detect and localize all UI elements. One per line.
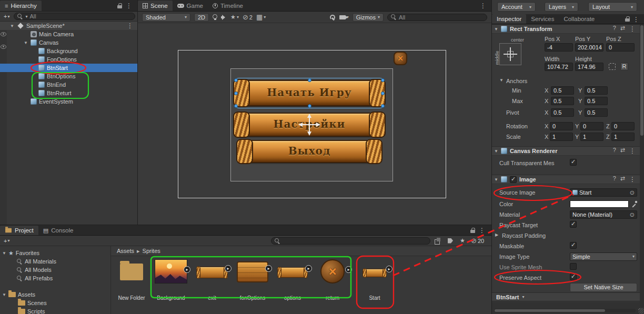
color-swatch[interactable] bbox=[570, 200, 629, 208]
hierarchy-row-btnreturt[interactable]: BtnReturt bbox=[0, 89, 137, 97]
rotation-z-field[interactable]: 0 bbox=[611, 122, 635, 130]
rect-transform-header[interactable]: ▼ Rect Transform ? ⇄ ⋮ bbox=[492, 24, 640, 34]
pivot-y-field[interactable]: 0.5 bbox=[585, 108, 608, 117]
hierarchy-row-main-camera[interactable]: Main Camera bbox=[0, 30, 137, 38]
sidebar-item-all-materials[interactable]: All Materials bbox=[0, 257, 56, 266]
search-by-type-button[interactable] bbox=[435, 237, 440, 245]
lock-icon[interactable] bbox=[117, 3, 123, 9]
sidebar-item-scripts[interactable]: Scripts bbox=[0, 307, 45, 314]
expand-badge[interactable]: ▸ bbox=[184, 266, 190, 273]
asset-item-options[interactable]: ▸ options bbox=[274, 258, 311, 309]
tab-console[interactable]: ▤ Console bbox=[38, 226, 78, 235]
preset-icon[interactable]: ⇄ bbox=[620, 25, 625, 33]
width-field[interactable]: 1074.72 bbox=[545, 63, 573, 71]
object-picker-icon[interactable]: ⊙ bbox=[630, 212, 635, 218]
selection-handle[interactable] bbox=[234, 104, 238, 108]
scene-audio-toggle[interactable] bbox=[221, 13, 227, 22]
raw-edit-mode-toggle[interactable]: R bbox=[620, 63, 628, 70]
pos-z-field[interactable]: 0 bbox=[606, 43, 635, 52]
asset-item-start[interactable]: ▸ Start bbox=[356, 258, 393, 309]
foldout-open-icon[interactable]: ▼ bbox=[494, 27, 498, 32]
tab-services[interactable]: Services bbox=[526, 14, 559, 24]
raycast-target-checkbox[interactable]: ✓ bbox=[570, 221, 577, 228]
pivot-x-field[interactable]: 0.5 bbox=[551, 108, 574, 117]
anchor-max-x-field[interactable]: 0.5 bbox=[551, 97, 574, 105]
blueprint-mode-toggle[interactable] bbox=[609, 63, 616, 70]
hierarchy-row-btnend[interactable]: BtnEnd bbox=[0, 80, 137, 89]
kebab-icon[interactable]: ⋮ bbox=[629, 25, 636, 33]
preserve-aspect-checkbox[interactable]: ✓ bbox=[570, 274, 577, 280]
return-sprite-in-scene[interactable]: × bbox=[394, 52, 407, 65]
tab-project[interactable]: Project bbox=[0, 226, 38, 235]
search-by-label-button[interactable] bbox=[448, 237, 453, 245]
hierarchy-row-eventsystem[interactable]: EventSystem bbox=[0, 97, 137, 106]
shading-mode-dropdown[interactable]: Shaded ▾ bbox=[142, 13, 190, 22]
foldout-open-icon[interactable]: ▼ bbox=[499, 78, 504, 83]
foldout-closed-icon[interactable]: ▶ bbox=[495, 232, 498, 237]
hierarchy-search-input[interactable]: ▾ All bbox=[14, 13, 135, 20]
lock-icon[interactable] bbox=[470, 228, 476, 234]
scene-effects-toggle[interactable]: ★ ▾ bbox=[230, 13, 239, 22]
favorites-foldout[interactable]: ▼ ★ Favorites bbox=[0, 249, 39, 257]
foldout-open-icon[interactable]: ▼ bbox=[23, 40, 28, 45]
sidebar-item-all-prefabs[interactable]: All Prefabs bbox=[0, 274, 53, 282]
move-tool-gizmo[interactable] bbox=[298, 113, 321, 136]
tab-scene[interactable]: Scene bbox=[138, 1, 173, 11]
expand-badge[interactable]: ▸ bbox=[225, 265, 232, 272]
grid-visibility-toggle[interactable]: ▦ ▾ bbox=[256, 13, 266, 22]
pos-y-field[interactable]: 202.0014 bbox=[575, 43, 603, 52]
preset-icon[interactable]: ⇄ bbox=[620, 147, 625, 155]
selection-handle[interactable] bbox=[381, 78, 385, 82]
pos-x-field[interactable]: -4 bbox=[545, 43, 573, 52]
kebab-icon[interactable]: ⋮ bbox=[126, 2, 132, 9]
create-asset-button[interactable]: + ▾ bbox=[2, 238, 11, 244]
kebab-icon[interactable]: ⋮ bbox=[629, 147, 636, 155]
preset-icon[interactable]: ⇄ bbox=[620, 176, 625, 183]
hierarchy-row-fonoptions[interactable]: FonOptions bbox=[0, 55, 137, 64]
sidebar-item-scenes[interactable]: Scenes bbox=[0, 299, 47, 307]
material-foldout-bar[interactable]: BtnStart ▾ bbox=[492, 292, 640, 301]
tab-timeline[interactable]: Timeline bbox=[208, 1, 248, 11]
kebab-icon[interactable]: ⋮ bbox=[480, 2, 486, 9]
foldout-open-icon[interactable]: ▼ bbox=[9, 24, 15, 28]
anchor-max-y-field[interactable]: 0.5 bbox=[585, 97, 608, 105]
use-sprite-mesh-checkbox[interactable] bbox=[570, 263, 577, 270]
scale-z-field[interactable]: 1 bbox=[611, 133, 635, 141]
set-native-size-button[interactable]: Set Native Size bbox=[570, 283, 637, 292]
height-field[interactable]: 174.96 bbox=[575, 63, 603, 71]
scene-camera-button[interactable]: ▾ bbox=[339, 13, 349, 22]
scene-button-start[interactable]: Начать Игру bbox=[236, 80, 383, 106]
hidden-objects-toggle[interactable]: ⊘ 2 bbox=[243, 13, 253, 22]
breadcrumb-current[interactable]: Sprites bbox=[143, 248, 160, 254]
image-type-dropdown[interactable]: Simple ▾ bbox=[570, 252, 637, 261]
rotation-x-field[interactable]: 0 bbox=[550, 122, 573, 130]
anchor-preset-button[interactable] bbox=[499, 43, 521, 65]
sidebar-item-all-models[interactable]: All Models bbox=[0, 266, 52, 274]
foldout-open-icon[interactable]: ▼ bbox=[494, 177, 498, 182]
hierarchy-row-canvas[interactable]: ▼ Canvas bbox=[0, 38, 137, 47]
kebab-icon[interactable]: ⋮ bbox=[633, 16, 639, 23]
expand-badge[interactable]: ▸ bbox=[305, 265, 312, 272]
inspector-horizontal-scrollbar[interactable] bbox=[494, 309, 636, 312]
help-icon[interactable]: ? bbox=[613, 147, 616, 155]
image-enabled-checkbox[interactable]: ✓ bbox=[510, 176, 517, 183]
cull-transparent-checkbox[interactable]: ✓ bbox=[570, 159, 577, 166]
help-icon[interactable]: ? bbox=[613, 25, 616, 33]
project-search-input[interactable] bbox=[271, 237, 430, 245]
help-icon[interactable]: ? bbox=[613, 176, 616, 183]
tab-inspector[interactable]: Inspector bbox=[492, 14, 526, 24]
scale-y-field[interactable]: 1 bbox=[580, 133, 603, 141]
hierarchy-row-scene[interactable]: ▼ SampleScene* ⋮ bbox=[0, 22, 137, 30]
foldout-open-icon[interactable]: ▼ bbox=[494, 149, 498, 154]
lock-icon[interactable] bbox=[625, 16, 630, 22]
asset-item-background[interactable]: ▸ Background bbox=[153, 258, 189, 309]
scene-search-input[interactable]: All bbox=[387, 14, 487, 21]
scene-button-exit[interactable]: Выход bbox=[239, 140, 380, 163]
tab-collaborate[interactable]: Collaborate bbox=[559, 14, 599, 24]
selection-handle[interactable] bbox=[234, 78, 238, 82]
rotation-y-field[interactable]: 0 bbox=[580, 122, 603, 130]
expand-badge[interactable]: ▸ bbox=[386, 266, 393, 272]
expand-badge[interactable]: ▸ bbox=[265, 265, 272, 272]
kebab-icon[interactable]: ⋮ bbox=[629, 176, 636, 183]
gizmos-dropdown[interactable]: Gizmos ▾ bbox=[353, 13, 384, 22]
